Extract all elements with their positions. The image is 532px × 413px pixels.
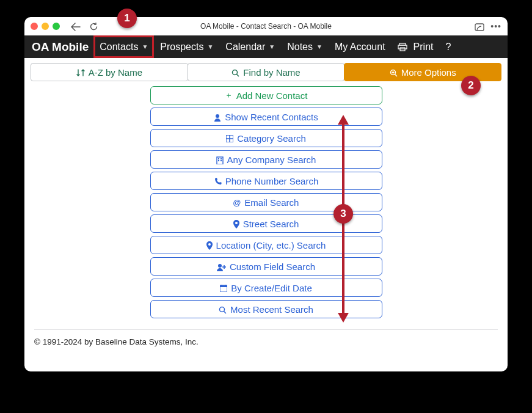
pin-icon [206, 240, 213, 250]
chevron-down-icon: ▼ [207, 43, 213, 50]
create-edit-date-button[interactable]: By Create/Edit Date [150, 279, 382, 297]
svg-rect-15 [218, 158, 219, 159]
svg-line-7 [395, 74, 397, 76]
app-brand: OA Mobile [32, 40, 89, 54]
location-label: Location (City, etc.) Search [216, 240, 326, 250]
pin-icon [233, 219, 239, 228]
menu-contacts[interactable]: Contacts ▼ [93, 35, 154, 58]
svg-point-21 [218, 264, 222, 268]
svg-line-5 [237, 74, 239, 76]
company-label: Any Company Search [227, 155, 316, 165]
phone-icon [214, 176, 222, 185]
help-label: ? [446, 42, 451, 53]
custom-field-search-button[interactable]: Custom Field Search [150, 257, 382, 276]
phone-label: Phone Number Search [225, 176, 319, 186]
title-right-group: ••• [475, 21, 501, 31]
custom-label: Custom Field Search [230, 261, 315, 272]
menu-notes-label: Notes [287, 42, 313, 53]
app-menubar: OA Mobile Contacts ▼ Prospects ▼ Calenda… [24, 35, 508, 58]
cast-icon[interactable] [475, 21, 484, 31]
menu-myaccount-label: My Account [335, 42, 385, 53]
menu-my-account[interactable]: My Account [329, 35, 392, 58]
tab-az-by-name[interactable]: A-Z by Name [31, 63, 188, 81]
menu-notes[interactable]: Notes ▼ [281, 35, 329, 58]
category-label: Category Search [237, 133, 306, 144]
menu-calendar[interactable]: Calendar ▼ [219, 35, 281, 58]
search-plus-icon [390, 67, 398, 77]
menu-prospects-label: Prospects [160, 42, 203, 53]
tab-az-label: A-Z by Name [89, 67, 142, 78]
location-search-button[interactable]: Location (City, etc.) Search [150, 236, 382, 254]
tab-find-label: Find by Name [243, 67, 300, 78]
menu-contacts-label: Contacts [100, 42, 138, 53]
chevron-down-icon: ▼ [142, 43, 148, 50]
recent-label: Show Recent Contacts [225, 112, 318, 122]
view-tabs: A-Z by Name Find by Name More Options [24, 63, 508, 81]
chevron-down-icon: ▼ [316, 43, 322, 50]
svg-line-29 [224, 311, 227, 313]
svg-point-20 [208, 243, 211, 246]
category-search-button[interactable]: Category Search [150, 129, 382, 147]
search-icon [231, 67, 239, 77]
svg-point-4 [233, 70, 238, 75]
more-menu-icon[interactable]: ••• [490, 21, 501, 31]
building-icon [216, 155, 224, 164]
callout-3: 3 [333, 204, 353, 224]
tab-find-by-name[interactable]: Find by Name [188, 63, 345, 81]
svg-rect-17 [218, 160, 219, 161]
title-bar: OA Mobile - Contact Search - OA Mobile •… [24, 17, 508, 35]
mostrecent-label: Most Recent Search [230, 304, 313, 315]
print-button[interactable]: Print [392, 35, 440, 58]
svg-rect-18 [220, 160, 222, 161]
tab-more-label: More Options [401, 67, 456, 78]
svg-point-28 [220, 307, 225, 312]
app-window: OA Mobile - Contact Search - OA Mobile •… [24, 17, 508, 371]
svg-point-10 [216, 114, 219, 118]
callout-2: 2 [461, 76, 481, 95]
chevron-down-icon: ▼ [269, 43, 275, 50]
phone-search-button[interactable]: Phone Number Search [150, 172, 382, 190]
sort-icon [76, 67, 85, 77]
person-icon [214, 112, 221, 121]
calendar-icon [220, 283, 227, 293]
company-search-button[interactable]: Any Company Search [150, 150, 382, 169]
svg-rect-25 [220, 285, 227, 287]
search-icon [219, 304, 227, 313]
footer-copyright: © 1991-2024 by Baseline Data Systems, In… [34, 329, 498, 346]
print-icon [398, 42, 407, 53]
svg-rect-14 [217, 157, 223, 164]
arrow-down-icon [338, 313, 349, 323]
at-icon: @ [233, 198, 241, 207]
svg-point-19 [235, 222, 238, 224]
street-label: Street Search [243, 219, 299, 229]
grid-icon [226, 134, 233, 143]
help-button[interactable]: ? [440, 35, 457, 58]
email-label: Email Search [244, 197, 299, 208]
add-new-contact-button[interactable]: ＋ Add New Contact [150, 86, 382, 104]
svg-rect-16 [220, 158, 222, 159]
person-plus-icon [217, 261, 226, 271]
add-label: Add New Contact [236, 90, 308, 101]
svg-rect-2 [398, 45, 407, 49]
menu-prospects[interactable]: Prospects ▼ [154, 35, 219, 58]
svg-rect-0 [475, 24, 484, 31]
plus-icon: ＋ [225, 90, 233, 101]
window-title: OA Mobile - Contact Search - OA Mobile [24, 22, 508, 31]
menu-calendar-label: Calendar [225, 42, 265, 53]
print-label: Print [414, 42, 434, 53]
callout-1: 1 [117, 9, 137, 28]
date-label: By Create/Edit Date [231, 283, 312, 293]
